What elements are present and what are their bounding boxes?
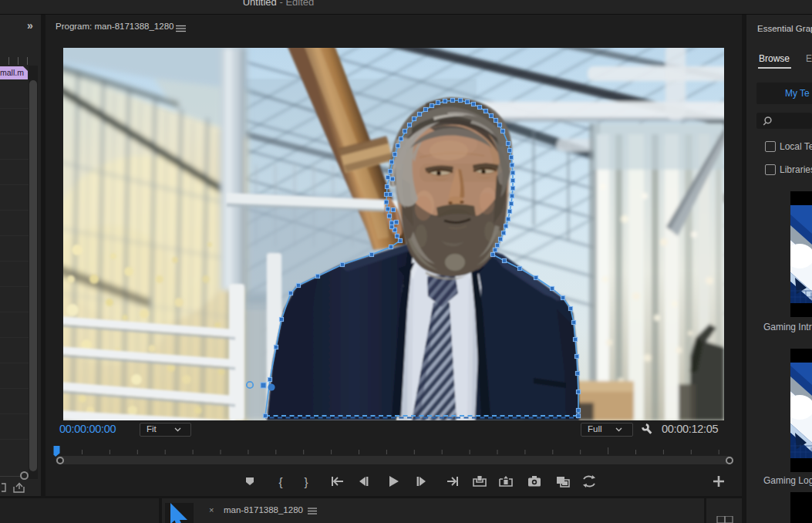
svg-text:{: { xyxy=(278,475,282,488)
svg-text:}: } xyxy=(304,475,308,488)
